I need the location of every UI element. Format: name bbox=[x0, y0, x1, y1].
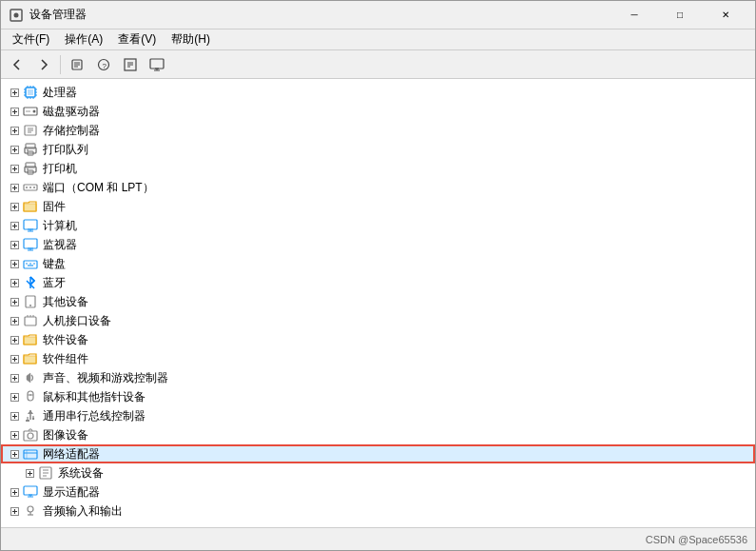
icon-cpu bbox=[22, 84, 39, 101]
tree-item-printer[interactable]: 打印机 bbox=[1, 159, 755, 178]
tree-item-sound[interactable]: 声音、视频和游戏控制器 bbox=[1, 368, 755, 387]
expander-disk[interactable] bbox=[7, 104, 22, 119]
svg-point-101 bbox=[29, 305, 31, 306]
expander-software-comp[interactable] bbox=[7, 351, 22, 366]
expander-network[interactable] bbox=[7, 446, 22, 462]
tree-item-keyboard[interactable]: 键盘 bbox=[1, 254, 755, 273]
icon-keyboard bbox=[22, 255, 39, 272]
label-hid: 人机接口设备 bbox=[43, 313, 111, 329]
label-monitor-dev: 监视器 bbox=[43, 237, 77, 253]
minimize-button[interactable]: ─ bbox=[612, 4, 656, 27]
expander-keyboard[interactable] bbox=[7, 256, 22, 271]
expander-usb[interactable] bbox=[7, 408, 22, 423]
expander-processor[interactable] bbox=[7, 85, 22, 100]
tree-item-network[interactable]: 网络适配器 bbox=[1, 444, 755, 463]
main-content: 处理器磁盘驱动器存储控制器打印队列打印机端口（COM 和 LPT）固件计算机监视… bbox=[1, 79, 755, 527]
svg-point-66 bbox=[33, 187, 35, 188]
tree-item-software-dev[interactable]: 软件设备 bbox=[1, 330, 755, 349]
tree-item-monitor-dev[interactable]: 监视器 bbox=[1, 235, 755, 254]
tree-item-audio-io[interactable]: 音频输入和输出 bbox=[1, 502, 755, 521]
help-button[interactable]: ? bbox=[91, 53, 116, 76]
expander-storage[interactable] bbox=[7, 123, 22, 138]
label-software-dev: 软件设备 bbox=[43, 332, 88, 348]
expander-display[interactable] bbox=[7, 484, 22, 500]
tree-item-software-comp[interactable]: 软件组件 bbox=[1, 349, 755, 368]
forward-button[interactable] bbox=[31, 53, 56, 76]
label-display: 显示适配器 bbox=[43, 484, 100, 501]
expander-computer[interactable] bbox=[7, 218, 22, 233]
svg-point-164 bbox=[28, 506, 33, 512]
icon-monitor bbox=[22, 217, 39, 234]
tree-item-computer[interactable]: 计算机 bbox=[1, 216, 755, 235]
tree-item-display[interactable]: 显示适配器 bbox=[1, 482, 755, 502]
tree-item-imaging[interactable]: 图像设备 bbox=[1, 425, 755, 444]
toolbar-separator-1 bbox=[60, 55, 61, 74]
close-button[interactable]: ✕ bbox=[704, 4, 747, 27]
icon-device bbox=[22, 293, 39, 310]
expander-firmware[interactable] bbox=[7, 199, 22, 214]
expander-print-queue[interactable] bbox=[7, 142, 22, 157]
expander-audio-io[interactable] bbox=[7, 503, 22, 519]
tree-item-hid[interactable]: 人机接口设备 bbox=[1, 311, 755, 330]
device-tree[interactable]: 处理器磁盘驱动器存储控制器打印队列打印机端口（COM 和 LPT）固件计算机监视… bbox=[1, 79, 755, 527]
title-icon bbox=[9, 8, 24, 23]
icon-camera bbox=[22, 426, 39, 443]
expander-system[interactable] bbox=[22, 465, 37, 481]
svg-rect-81 bbox=[24, 239, 37, 248]
tree-item-other-devices[interactable]: 其他设备 bbox=[1, 292, 755, 311]
tree-item-usb[interactable]: 通用串行总线控制器 bbox=[1, 406, 755, 425]
icon-monitor bbox=[22, 236, 39, 253]
expander-mouse[interactable] bbox=[7, 389, 22, 404]
expander-printer[interactable] bbox=[7, 161, 22, 176]
svg-rect-112 bbox=[24, 337, 36, 344]
svg-rect-74 bbox=[24, 220, 37, 229]
icon-human bbox=[22, 312, 39, 329]
svg-text:?: ? bbox=[103, 61, 107, 69]
svg-rect-116 bbox=[24, 356, 36, 364]
icon-network bbox=[22, 445, 39, 462]
expander-other-devices[interactable] bbox=[7, 294, 22, 309]
menu-action[interactable]: 操作(A) bbox=[57, 30, 110, 49]
svg-point-37 bbox=[33, 110, 36, 113]
label-mouse: 鼠标和其他指针设备 bbox=[43, 389, 145, 405]
menu-view[interactable]: 查看(V) bbox=[110, 30, 164, 49]
expander-bluetooth[interactable] bbox=[7, 275, 22, 290]
label-disk: 磁盘驱动器 bbox=[43, 104, 100, 120]
tree-item-processor[interactable]: 处理器 bbox=[1, 83, 755, 102]
status-text: CSDN @Space65536 bbox=[646, 534, 747, 545]
tree-item-firmware[interactable]: 固件 bbox=[1, 197, 755, 216]
icon-system bbox=[37, 464, 54, 482]
monitor-button[interactable] bbox=[145, 53, 169, 76]
expander-port[interactable] bbox=[7, 180, 22, 195]
tree-item-bluetooth[interactable]: 蓝牙 bbox=[1, 273, 755, 292]
tree-item-system[interactable]: 系统设备 bbox=[1, 463, 755, 482]
svg-marker-131 bbox=[28, 410, 33, 414]
tree-item-mouse[interactable]: 鼠标和其他指针设备 bbox=[1, 387, 755, 406]
label-processor: 处理器 bbox=[43, 85, 77, 101]
svg-rect-144 bbox=[24, 450, 37, 459]
expander-sound[interactable] bbox=[7, 370, 22, 385]
maximize-button[interactable]: □ bbox=[658, 4, 702, 27]
up-button[interactable] bbox=[118, 53, 143, 76]
expander-hid[interactable] bbox=[7, 313, 22, 328]
expander-software-dev[interactable] bbox=[7, 332, 22, 347]
svg-rect-134 bbox=[26, 420, 29, 422]
icon-folder bbox=[22, 331, 39, 348]
menu-file[interactable]: 文件(F) bbox=[5, 30, 57, 49]
svg-point-64 bbox=[26, 187, 28, 188]
tree-item-port[interactable]: 端口（COM 和 LPT） bbox=[1, 178, 755, 197]
icon-usb bbox=[22, 407, 39, 424]
svg-rect-105 bbox=[25, 317, 36, 325]
svg-rect-88 bbox=[24, 261, 37, 268]
menu-help[interactable]: 帮助(H) bbox=[164, 30, 218, 49]
icon-audio bbox=[22, 502, 39, 520]
properties-button[interactable] bbox=[65, 53, 89, 76]
back-button[interactable] bbox=[5, 53, 29, 76]
expander-imaging[interactable] bbox=[7, 427, 22, 443]
expander-monitor-dev[interactable] bbox=[7, 237, 22, 252]
tree-item-storage[interactable]: 存储控制器 bbox=[1, 121, 755, 140]
label-audio-io: 音频输入和输出 bbox=[43, 503, 123, 520]
label-other-devices: 其他设备 bbox=[43, 294, 88, 310]
tree-item-disk[interactable]: 磁盘驱动器 bbox=[1, 102, 755, 121]
tree-item-print-queue[interactable]: 打印队列 bbox=[1, 140, 755, 159]
